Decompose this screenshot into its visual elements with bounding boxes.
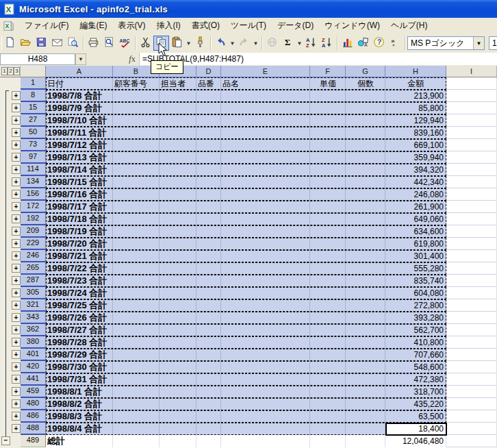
cell-I486[interactable]: [446, 410, 497, 423]
cell-G73[interactable]: [346, 139, 385, 151]
cell-C246[interactable]: [160, 250, 196, 262]
insert-function-icon[interactable]: fx: [125, 53, 139, 65]
cell-G15[interactable]: [346, 102, 385, 114]
cell-E229[interactable]: [221, 238, 310, 250]
cell-E343[interactable]: [221, 312, 310, 324]
menu-item-window[interactable]: ウィンドウ(W): [319, 18, 385, 34]
row-header-97[interactable]: 97: [21, 151, 46, 164]
row-header-420[interactable]: 420: [21, 361, 46, 373]
cell-E134[interactable]: [221, 176, 310, 188]
cell-C459[interactable]: [160, 386, 196, 398]
cell-E441[interactable]: [221, 373, 310, 386]
cell-C50[interactable]: [160, 127, 196, 139]
cell-F229[interactable]: [310, 238, 346, 250]
cell-E27[interactable]: [221, 114, 310, 127]
cell-I287[interactable]: [446, 275, 497, 287]
cell-C192[interactable]: [160, 213, 196, 225]
cell-C488[interactable]: [160, 423, 196, 435]
cell-B441[interactable]: [113, 373, 160, 386]
cell-B488[interactable]: [113, 423, 160, 435]
cell-E287[interactable]: [221, 275, 310, 287]
chart-wizard-button[interactable]: [340, 36, 355, 51]
row-header-8[interactable]: 8: [21, 90, 46, 102]
cell-I362[interactable]: [446, 324, 497, 336]
cell-E15[interactable]: [221, 102, 310, 114]
cell-F441[interactable]: [310, 373, 346, 386]
redo-button[interactable]: [236, 36, 252, 51]
cell-B343[interactable]: [113, 312, 160, 324]
outline-expand-button-420[interactable]: +: [12, 362, 21, 371]
cell-D486[interactable]: [196, 410, 221, 423]
cell-C27[interactable]: [160, 114, 196, 127]
cell-I15[interactable]: [446, 102, 497, 114]
cell-D380[interactable]: [196, 336, 221, 349]
cell-F486[interactable]: [310, 410, 346, 423]
outline-expand-button-134[interactable]: +: [12, 177, 21, 186]
font-size-combobox[interactable]: 1: [489, 36, 497, 50]
menu-item-format[interactable]: 書式(O): [186, 18, 225, 34]
menu-item-edit[interactable]: 編集(E): [74, 18, 112, 34]
cell-B114[interactable]: [113, 164, 160, 176]
cell-I265[interactable]: [446, 262, 497, 275]
row-header-362[interactable]: 362: [21, 324, 46, 336]
outline-expand-button-50[interactable]: +: [12, 128, 21, 137]
outline-collapse-button[interactable]: −: [1, 436, 10, 445]
row-header-486[interactable]: 486: [21, 410, 46, 423]
cell-C362[interactable]: [160, 324, 196, 336]
cell-E420[interactable]: [221, 361, 310, 373]
cell-F488[interactable]: [310, 423, 346, 435]
cell-G209[interactable]: [346, 225, 385, 238]
outline-expand-button-380[interactable]: +: [12, 338, 21, 347]
outline-level-2-button[interactable]: 2: [8, 67, 14, 75]
autosum-button-dropdown[interactable]: ▼: [296, 36, 303, 51]
outline-expand-button-209[interactable]: +: [12, 227, 21, 236]
cell-I134[interactable]: [446, 176, 497, 188]
workbook-icon[interactable]: X: [3, 21, 14, 31]
cell-E156[interactable]: [221, 188, 310, 201]
row-header-1[interactable]: 1: [21, 77, 46, 90]
cell-F265[interactable]: [310, 262, 346, 275]
cell-E50[interactable]: [221, 127, 310, 139]
cell-G287[interactable]: [346, 275, 385, 287]
outline-expand-button-362[interactable]: +: [12, 325, 21, 334]
outline-expand-button-229[interactable]: +: [12, 239, 21, 248]
cell-C420[interactable]: [160, 361, 196, 373]
cell-G172[interactable]: [346, 201, 385, 213]
cell-B362[interactable]: [113, 324, 160, 336]
cell-E321[interactable]: [221, 299, 310, 312]
outline-expand-button-305[interactable]: +: [12, 288, 21, 297]
paste-button[interactable]: [169, 36, 185, 51]
cell-G50[interactable]: [346, 127, 385, 139]
menu-item-view[interactable]: 表示(V): [112, 18, 151, 34]
select-all-corner[interactable]: [21, 66, 46, 77]
row-header-459[interactable]: 459: [21, 386, 46, 398]
row-header-321[interactable]: 321: [21, 299, 46, 312]
row-header-488[interactable]: 488: [21, 423, 46, 435]
row-header-172[interactable]: 172: [21, 201, 46, 213]
help-button[interactable]: ?: [371, 36, 387, 51]
cell-C73[interactable]: [160, 139, 196, 151]
outline-expand-button-401[interactable]: +: [12, 350, 21, 359]
cell-B486[interactable]: [113, 410, 160, 423]
cell-D97[interactable]: [196, 151, 221, 164]
cell-D192[interactable]: [196, 213, 221, 225]
new-workbook-button[interactable]: [2, 36, 18, 51]
cell-F305[interactable]: [310, 287, 346, 299]
row-header-73[interactable]: 73: [21, 139, 46, 151]
cell-I246[interactable]: [446, 250, 497, 262]
cell-G459[interactable]: [346, 386, 385, 398]
cell-G8[interactable]: [346, 90, 385, 102]
chevron-down-icon[interactable]: ▼: [473, 37, 484, 49]
outline-level-3-button[interactable]: 3: [14, 67, 20, 75]
column-header-I[interactable]: I: [446, 66, 497, 77]
cell-G305[interactable]: [346, 287, 385, 299]
cell-E401[interactable]: [221, 349, 310, 361]
cell-D265[interactable]: [196, 262, 221, 275]
outline-expand-button-488[interactable]: +: [12, 424, 21, 433]
cell-C134[interactable]: [160, 176, 196, 188]
cell-B287[interactable]: [113, 275, 160, 287]
cell-E489[interactable]: [221, 435, 310, 447]
cell-F134[interactable]: [310, 176, 346, 188]
cell-F209[interactable]: [310, 225, 346, 238]
cell-D156[interactable]: [196, 188, 221, 201]
